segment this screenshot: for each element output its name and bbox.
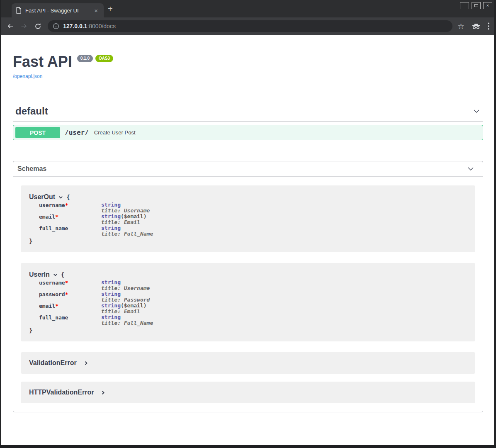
- property-type: string: [101, 279, 121, 285]
- model-userin-header[interactable]: UserIn {: [29, 271, 467, 278]
- close-brace: }: [29, 327, 467, 334]
- property-list: username* string title: Username passwor…: [39, 280, 467, 326]
- property-title: title: Full_Name: [101, 231, 153, 237]
- open-brace: {: [66, 194, 70, 200]
- model-title: UserIn: [29, 271, 50, 278]
- page-favicon-icon: [16, 7, 22, 14]
- property-title: title: Password: [101, 297, 150, 303]
- close-brace: }: [29, 238, 467, 244]
- maximize-icon: [474, 4, 478, 7]
- api-info: Fast API 0.1.0 OAS3 /openapi.json: [13, 35, 483, 80]
- method-badge: POST: [15, 127, 60, 138]
- api-title-row: Fast API 0.1.0 OAS3: [13, 54, 483, 69]
- browser-window: Fast API - Swagger UI × + – × 127.0.0.1:…: [0, 0, 496, 448]
- bookmark-star-icon[interactable]: ☆: [457, 22, 464, 30]
- property-type: string: [101, 202, 121, 208]
- titlebar: Fast API - Swagger UI × + – ×: [0, 0, 496, 17]
- endpoint-summary: Create User Post: [94, 129, 136, 136]
- property-name: email*: [39, 214, 101, 225]
- required-star: *: [55, 214, 58, 220]
- model-title: HTTPValidationError: [29, 389, 94, 396]
- property-title: title: Email: [101, 309, 147, 314]
- address-bar[interactable]: 127.0.0.1:8000/docs: [48, 20, 452, 32]
- required-star: *: [55, 303, 58, 309]
- schemas-section: Schemas UserOut {: [13, 161, 483, 412]
- property-type: string: [101, 291, 121, 297]
- chevron-right-icon[interactable]: [83, 360, 89, 366]
- new-tab-button[interactable]: +: [108, 5, 113, 13]
- property-desc: string title: Password: [101, 291, 150, 303]
- site-info-icon[interactable]: [53, 23, 59, 29]
- model-validationerror-header[interactable]: ValidationError: [29, 359, 467, 367]
- model-userout: UserOut { username* string title: Userna…: [21, 185, 475, 252]
- property-title: title: Full_Name: [101, 320, 153, 326]
- schemas-title: Schemas: [17, 165, 46, 173]
- property-row: email* string($email) title: Email: [39, 214, 467, 225]
- toolbar-right: ☆: [457, 22, 489, 30]
- chevron-down-icon[interactable]: [472, 107, 481, 115]
- property-name: password*: [39, 291, 101, 303]
- property-type: string: [101, 302, 121, 309]
- property-desc: string title: Full_Name: [101, 314, 153, 326]
- property-row: full_name string title: Full_Name: [39, 225, 467, 237]
- model-httpvalidationerror-header[interactable]: HTTPValidationError: [29, 389, 467, 396]
- close-button[interactable]: ×: [483, 2, 492, 9]
- chevron-down-icon[interactable]: [467, 165, 475, 173]
- chevron-down-icon[interactable]: [53, 272, 58, 278]
- property-format: ($email): [121, 302, 147, 309]
- tag-title: default: [15, 105, 48, 117]
- minimize-button[interactable]: –: [460, 2, 469, 9]
- reload-icon[interactable]: [32, 23, 43, 30]
- tag-header-default[interactable]: default: [13, 104, 483, 122]
- browser-toolbar: 127.0.0.1:8000/docs ☆: [0, 17, 496, 35]
- property-type: string: [101, 225, 121, 231]
- browser-menu-icon[interactable]: [488, 22, 489, 30]
- required-star: *: [65, 291, 68, 297]
- property-format: ($email): [121, 213, 147, 219]
- property-desc: string title: Username: [101, 202, 150, 214]
- version-badge: 0.1.0: [77, 55, 93, 62]
- property-title: title: Username: [101, 285, 150, 291]
- maximize-button[interactable]: [472, 2, 481, 9]
- property-type: string: [101, 314, 121, 320]
- model-userout-header[interactable]: UserOut {: [29, 193, 467, 201]
- badges: 0.1.0 OAS3: [77, 55, 113, 62]
- property-name: full_name: [39, 225, 101, 237]
- property-name: username*: [39, 202, 101, 214]
- required-star: *: [65, 202, 68, 208]
- chevron-down-icon[interactable]: [58, 195, 63, 200]
- property-desc: string title: Full_Name: [101, 225, 153, 237]
- property-row: password* string title: Password: [39, 291, 467, 303]
- property-desc: string($email) title: Email: [101, 303, 147, 314]
- required-star: *: [65, 280, 68, 286]
- property-type: string: [101, 213, 121, 219]
- window-border-bottom: [0, 445, 496, 448]
- openapi-spec-link[interactable]: /openapi.json: [13, 73, 42, 79]
- schemas-header[interactable]: Schemas: [13, 161, 483, 177]
- property-desc: string title: Username: [101, 280, 150, 291]
- property-row: email* string($email) title: Email: [39, 303, 467, 314]
- opblock-post-user[interactable]: POST /user/ Create User Post: [13, 125, 483, 140]
- property-name: full_name: [39, 314, 101, 326]
- tab-title: Fast API - Swagger UI: [25, 7, 92, 14]
- model-title: UserOut: [29, 193, 55, 201]
- endpoint-path: /user/: [65, 129, 89, 136]
- incognito-icon: [471, 23, 481, 29]
- chevron-right-icon[interactable]: [100, 390, 106, 395]
- window-border-right: [494, 0, 496, 448]
- schemas-content: UserOut { username* string title: Userna…: [13, 177, 483, 412]
- tab-close-icon[interactable]: ×: [92, 7, 100, 15]
- property-row: username* string title: Username: [39, 280, 467, 291]
- property-name: username*: [39, 280, 101, 291]
- property-name: email*: [39, 303, 101, 314]
- property-row: username* string title: Username: [39, 202, 467, 214]
- model-validationerror: ValidationError: [21, 352, 475, 374]
- property-desc: string($email) title: Email: [101, 214, 147, 225]
- model-userin: UserIn { username* string title: Usernam…: [21, 263, 475, 341]
- page-title: Fast API: [13, 54, 72, 69]
- model-title: ValidationError: [29, 359, 77, 367]
- back-icon[interactable]: [5, 22, 16, 30]
- forward-icon[interactable]: [19, 22, 29, 30]
- window-controls: – ×: [460, 2, 492, 9]
- browser-tab[interactable]: Fast API - Swagger UI ×: [12, 3, 104, 17]
